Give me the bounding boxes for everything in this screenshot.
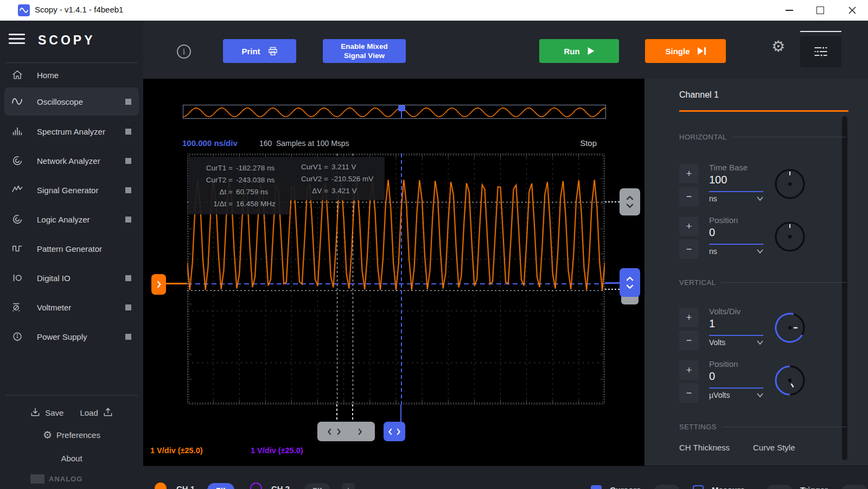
vposition-increment-button[interactable]: + (679, 360, 699, 380)
enable-mixed-signal-button[interactable]: Enable Mixed Signal View (323, 39, 406, 63)
timebase-value[interactable]: 100 (709, 174, 727, 186)
detach-square[interactable] (125, 99, 131, 105)
voltsdiv-value[interactable]: 1 (709, 317, 715, 330)
trigger-level-handle[interactable] (620, 268, 640, 297)
preview-position-handle[interactable] (398, 105, 405, 111)
voltsdiv-decrement-button[interactable]: − (679, 331, 699, 350)
add-channel-button[interactable]: + (342, 483, 355, 489)
timebase-decrement-button[interactable]: − (679, 187, 699, 206)
preferences-button[interactable]: ⚙ Preferences (0, 429, 143, 441)
settings-section-header: SETTINGS (679, 422, 846, 431)
sidebar-item-home[interactable]: Home (0, 60, 143, 90)
cursors-toggle-icon[interactable] (591, 485, 602, 489)
chevron-down-icon (626, 204, 634, 208)
minimize-button[interactable] (777, 0, 802, 21)
right-menu-button[interactable] (800, 36, 841, 67)
panel-scrollbar[interactable] (842, 116, 847, 460)
ch2-settings-button[interactable] (304, 483, 330, 489)
ch1-color-dot[interactable] (155, 482, 167, 489)
print-button[interactable]: Print (223, 39, 296, 63)
hposition-increment-button[interactable]: + (679, 217, 699, 236)
menu-toggle-button[interactable] (9, 34, 25, 45)
measure-toggle-icon[interactable] (693, 485, 704, 489)
voltmeter-icon (9, 301, 26, 313)
vposition-knob[interactable] (774, 364, 806, 397)
sample-count: 160 (259, 139, 272, 148)
trigger-tab[interactable]: Trigger (800, 485, 828, 489)
trigger-settings-button[interactable] (841, 485, 867, 489)
vposition-control: + − Position 0 µVolts (679, 358, 842, 404)
sidebar-item-pattern-generator[interactable]: Pattern Generator (0, 234, 143, 263)
ch2-color-ring[interactable] (250, 482, 262, 489)
measure-tab[interactable]: Measure (712, 485, 745, 489)
square-wave-icon (9, 243, 26, 255)
play-icon (588, 47, 595, 55)
scopy-logo: SCOPY (38, 33, 95, 48)
measure-settings-button[interactable] (767, 485, 793, 489)
hposition-decrement-button[interactable]: − (679, 239, 699, 259)
detach-square[interactable] (125, 187, 131, 193)
hposition-value[interactable]: 0 (709, 226, 715, 239)
acquisition-status: Stop (542, 138, 597, 148)
voltsdiv-knob[interactable] (774, 312, 806, 344)
run-button[interactable]: Run (539, 39, 619, 63)
ch1-settings-button[interactable] (207, 483, 234, 489)
sidebar-item-signal-generator[interactable]: Signal Generator (0, 175, 143, 205)
time-cursors-handle[interactable] (317, 422, 375, 441)
v2-cursor-handle[interactable] (621, 296, 639, 304)
v1-cursor-connector (605, 201, 620, 202)
sidebar-item-digital-io[interactable]: Digital IO (0, 263, 143, 293)
title-bar: Scopy - v1.4.1 - f4beeb1 (0, 0, 868, 21)
settings-gear-icon[interactable]: ⚙ (771, 37, 785, 55)
sidebar-item-network-analyzer[interactable]: Network Analyzer (0, 146, 143, 175)
info-icon[interactable]: i (177, 45, 191, 59)
minimize-icon (786, 10, 793, 11)
sidebar-item-power-supply[interactable]: Power Supply (0, 322, 143, 351)
ch2-tab[interactable]: CH 2 (271, 484, 290, 489)
gear-icon: ⚙ (43, 429, 52, 441)
voltsdiv-unit-dropdown[interactable]: Volts (709, 338, 763, 347)
detach-square[interactable] (125, 304, 131, 310)
hposition-knob[interactable] (774, 220, 806, 253)
maximize-button[interactable] (808, 0, 833, 21)
timebase-knob[interactable] (774, 168, 806, 200)
top-toolbar: i Print Enable Mixed Signal View Run Sin… (143, 21, 868, 79)
detach-square[interactable] (125, 334, 131, 340)
vposition-unit-dropdown[interactable]: µVolts (709, 391, 763, 399)
trigger-position-extension (400, 404, 401, 422)
sidebar-item-spectrum-analyzer[interactable]: Spectrum Analyzer (0, 117, 143, 146)
plot-region: 100.000 ns/div 160 Samples at 100 Msps S… (143, 79, 644, 466)
about-button[interactable]: About (0, 454, 143, 463)
cursors-tab[interactable]: Cursors (610, 485, 641, 489)
vposition-decrement-button[interactable]: − (679, 383, 699, 403)
load-button[interactable]: Load (80, 407, 113, 418)
detach-square[interactable] (125, 158, 131, 164)
printer-icon (268, 47, 278, 56)
save-button[interactable]: Save (30, 407, 63, 418)
trigger-position-handle[interactable] (384, 422, 405, 441)
detach-square[interactable] (125, 275, 131, 281)
ch1-tab[interactable]: CH 1 (176, 484, 195, 489)
close-button[interactable] (840, 0, 865, 21)
acquisition-preview-strip[interactable] (183, 105, 606, 119)
v1-cursor-handle[interactable] (620, 188, 640, 215)
detach-square[interactable] (125, 129, 131, 135)
horizontal-section-header: HORIZONTAL (679, 132, 846, 141)
voltage-cursor-readouts: CurV1 =3.211 V CurV2 =-210.526 mV ΔV =3.… (289, 157, 385, 200)
ch1-offset-handle[interactable] (151, 274, 166, 295)
timebase-unit-dropdown[interactable]: ns (709, 194, 763, 203)
ch1-offset-connector (165, 283, 187, 284)
voltsdiv-increment-button[interactable]: + (679, 308, 699, 327)
cursors-settings-button[interactable] (654, 485, 680, 489)
sidebar-item-logic-analyzer[interactable]: Logic Analyzer (0, 205, 143, 234)
single-button[interactable]: Single (645, 39, 726, 63)
vertical-section-header: VERTICAL (679, 278, 846, 287)
chevron-down-icon (757, 340, 763, 345)
hposition-unit-dropdown[interactable]: ns (709, 247, 763, 256)
sidebar-item-oscilloscope[interactable]: Oscilloscope (0, 87, 143, 116)
sine-logo-icon (20, 7, 28, 14)
sidebar-item-voltmeter[interactable]: Voltmeter (0, 293, 143, 322)
timebase-increment-button[interactable]: + (679, 164, 699, 183)
detach-square[interactable] (125, 217, 131, 223)
vposition-value[interactable]: 0 (709, 370, 715, 383)
